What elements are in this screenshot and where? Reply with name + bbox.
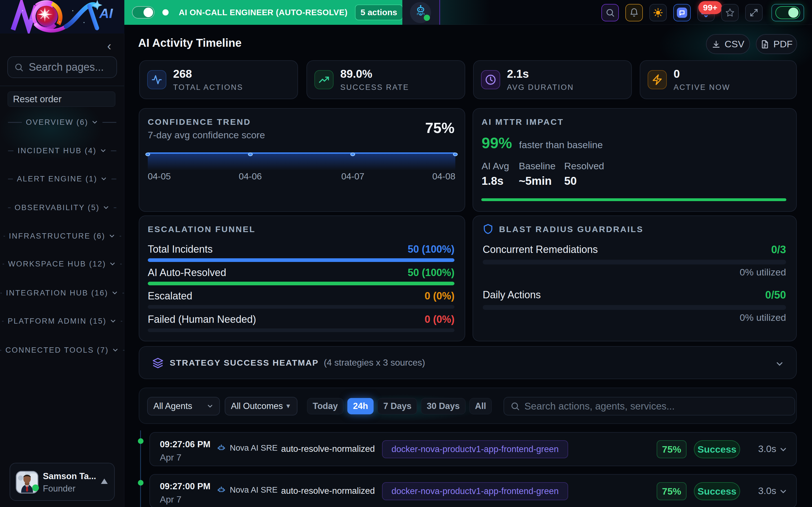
svg-text:AI: AI: [99, 6, 113, 21]
